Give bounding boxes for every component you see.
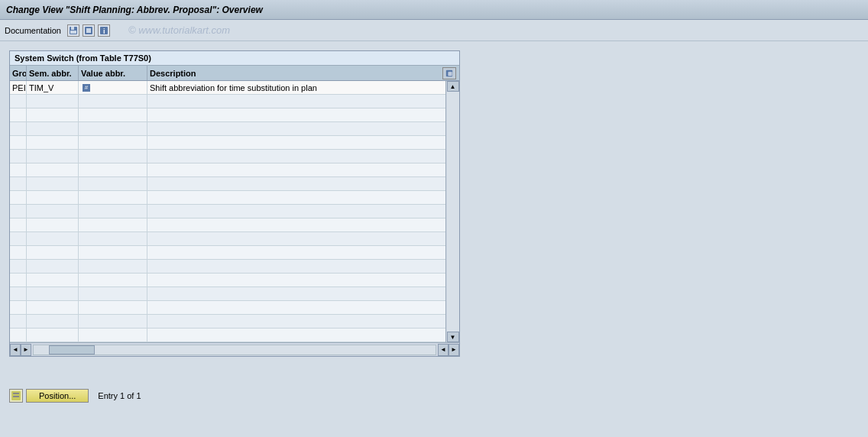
table-row	[10, 232, 445, 246]
table-row	[10, 260, 445, 274]
table-row	[10, 287, 445, 301]
position-button[interactable]: Position...	[26, 389, 89, 403]
documentation-label: Documentation	[5, 26, 61, 35]
horizontal-scrollbar: ◄ ► ◄ ►	[10, 342, 459, 356]
svg-text:i: i	[103, 28, 105, 35]
table-row	[10, 315, 445, 329]
scroll-horizontal-track	[33, 345, 436, 355]
table-row	[10, 163, 445, 177]
col-header-sem-abbr: Sem. abbr.	[27, 66, 79, 80]
main-content: System Switch (from Table T77S0) Group S…	[0, 41, 868, 363]
scroll-track	[447, 92, 459, 332]
table-row: PEINS TIM_V # Shift abbreviation for tim…	[10, 81, 445, 95]
svg-rect-11	[13, 396, 19, 397]
column-headers: Group Sem. abbr. Value abbr. Description…	[10, 66, 459, 81]
table-row	[10, 205, 445, 218]
table-row	[10, 274, 445, 287]
col-header-expand[interactable]: ⊞	[442, 67, 456, 79]
table-row	[10, 246, 445, 260]
table-row	[10, 218, 445, 232]
table-container: System Switch (from Table T77S0) Group S…	[9, 50, 460, 357]
svg-rect-10	[13, 393, 19, 394]
save-icon[interactable]	[67, 24, 79, 37]
toolbar: Documentation i © www.tutorialkart.com	[0, 20, 868, 41]
scroll-left-end-button[interactable]: ◄	[438, 344, 449, 356]
scroll-right-end-button[interactable]: ►	[449, 344, 459, 356]
cell-sem-abbr-1: TIM_V	[27, 81, 79, 94]
table-body: PEINS TIM_V # Shift abbreviation for tim…	[10, 81, 459, 342]
table-row	[10, 136, 445, 150]
vertical-scrollbar: ▲ ▼	[445, 81, 459, 342]
scroll-horizontal-thumb	[49, 345, 95, 354]
section-title: System Switch (from Table T77S0)	[10, 51, 459, 66]
scroll-left-button[interactable]: ◄	[10, 344, 21, 356]
info-icon[interactable]: i	[98, 24, 110, 37]
table-row	[10, 191, 445, 205]
table-row	[10, 95, 445, 108]
table-row	[10, 301, 445, 315]
table-row	[10, 177, 445, 191]
watermark: © www.tutorialkart.com	[128, 24, 230, 36]
footer: Position... Entry 1 of 1	[0, 386, 868, 406]
table-row	[10, 329, 445, 342]
svg-rect-1	[71, 27, 74, 30]
table-row	[10, 108, 445, 122]
title-bar: Change View "Shift Planning: Abbrev. Pro…	[0, 0, 868, 20]
entry-count: Entry 1 of 1	[98, 391, 141, 400]
col-header-description: Description	[147, 66, 442, 80]
table-data: PEINS TIM_V # Shift abbreviation for tim…	[10, 81, 445, 342]
svg-text:⊞: ⊞	[448, 70, 452, 76]
section-title-text: System Switch (from Table T77S0)	[15, 53, 151, 63]
svg-rect-2	[70, 31, 76, 34]
scroll-up-button[interactable]: ▲	[447, 81, 459, 92]
page-title: Change View "Shift Planning: Abbrev. Pro…	[6, 5, 263, 15]
cell-value-abbr-1: #	[79, 81, 147, 94]
value-indicator: #	[83, 84, 90, 92]
position-icon	[9, 389, 23, 403]
scroll-down-button[interactable]: ▼	[447, 332, 459, 342]
position-button-container: Position...	[9, 389, 89, 403]
refresh-icon[interactable]	[83, 24, 95, 37]
svg-rect-4	[86, 28, 91, 33]
scroll-right-button-left[interactable]: ►	[21, 344, 31, 356]
col-header-value-abbr: Value abbr.	[79, 66, 147, 80]
cell-description-1: Shift abbreviation for time substitution…	[147, 81, 445, 94]
table-row	[10, 150, 445, 163]
col-header-group: Group	[10, 66, 27, 80]
cell-group-1: PEINS	[10, 81, 27, 94]
table-row	[10, 122, 445, 136]
